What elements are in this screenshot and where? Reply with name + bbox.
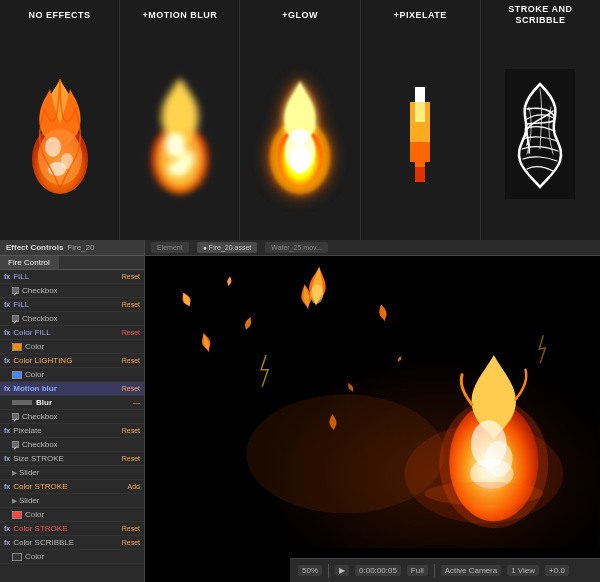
viewport-tab-fire[interactable]: ● Fire_20.asset	[197, 242, 258, 253]
fire-scene-svg	[145, 256, 600, 548]
panel-header: Effect Controls Fire_20	[0, 240, 144, 256]
effect-row-color-lighting[interactable]: fx Color LIGHTING Reset	[0, 354, 144, 368]
effect-label: Slider	[19, 496, 140, 505]
effect-label: Color STROKE	[13, 482, 125, 491]
effect-row-checkbox2[interactable]: ✓ Checkbox	[0, 312, 144, 326]
toolbar-zoom[interactable]: 50%	[298, 565, 322, 576]
panel-layer-name: Fire_20	[67, 243, 94, 252]
blur-icon: —	[133, 399, 140, 406]
effect-label: Color SCRIBBLE	[13, 538, 119, 547]
toolbar-render[interactable]: Full	[407, 565, 428, 576]
effect-row-size-stroke[interactable]: fx Size STROKE Reset	[0, 452, 144, 466]
toolbar-sep1	[328, 564, 329, 578]
effect-row-checkbox4[interactable]: ✓ Checkbox	[0, 438, 144, 452]
effect-label: Size STROKE	[13, 454, 119, 463]
effect-label: Pixelate	[13, 426, 119, 435]
viewport-header: Element ● Fire_20.asset Water_25.mov...	[145, 240, 600, 256]
effect-row-fill1[interactable]: fx FILL Reset	[0, 270, 144, 284]
bottom-toolbar: 50% ▶ 0:00:00:05 Full Active Camera 1 Vi…	[290, 558, 600, 582]
effect-row-checkbox3[interactable]: ✓ Checkbox	[0, 410, 144, 424]
panel-tabs: Fire Control	[0, 256, 144, 270]
effect-label: Color STROKE	[13, 524, 119, 533]
effect-label: Slider	[19, 468, 140, 477]
effect-reset[interactable]: Reset	[122, 427, 140, 434]
preview-glow: +GLOW	[240, 0, 360, 240]
toolbar-sep2	[434, 564, 435, 578]
preview-canvas-pixelate	[361, 28, 480, 240]
effect-reset[interactable]: Reset	[122, 357, 140, 364]
color-swatch[interactable]	[12, 343, 22, 351]
preview-label-stroke-scribble: STROKE AND SCRIBBLE	[506, 0, 574, 28]
effect-row-color-stroke2[interactable]: fx Color STROKE Reset	[0, 522, 144, 536]
color-swatch-red[interactable]	[12, 511, 22, 519]
preview-stroke-scribble: STROKE AND SCRIBBLE	[481, 0, 600, 240]
effect-label: Checkbox	[22, 440, 140, 449]
effect-label: Color	[25, 370, 140, 379]
effect-controls-panel: Effect Controls Fire_20 Fire Control fx …	[0, 240, 145, 582]
blur-value-bar	[12, 400, 32, 405]
effect-label: Blur	[36, 398, 131, 407]
preview-no-effects: NO EFFECTS	[0, 0, 120, 240]
bottom-section: Effect Controls Fire_20 Fire Control fx …	[0, 240, 600, 582]
effect-checkbox[interactable]: ✓	[12, 315, 19, 322]
effect-reset[interactable]: Reset	[122, 385, 140, 392]
color-swatch-dark[interactable]	[12, 553, 22, 561]
effect-reset[interactable]: Reset	[122, 455, 140, 462]
effect-row-color2[interactable]: Color	[0, 368, 144, 382]
svg-point-15	[246, 395, 444, 514]
effect-row-fill2[interactable]: fx FILL Reset	[0, 298, 144, 312]
svg-point-2	[45, 137, 61, 157]
effect-row-color3[interactable]: Color	[0, 508, 144, 522]
stroke-scribble-svg	[505, 69, 575, 199]
effect-row-slider1[interactable]: ▶ Slider	[0, 466, 144, 480]
effect-checkbox[interactable]: ✓	[12, 441, 19, 448]
preview-label-pixelate: +PIXELATE	[392, 0, 449, 28]
effect-row-color-fill[interactable]: fx Color FILL Reset	[0, 326, 144, 340]
effect-row-pixelate[interactable]: fx Pixelate Reset	[0, 424, 144, 438]
effect-reset[interactable]: Reset	[122, 301, 140, 308]
preview-label-motion-blur: +MOTION BLUR	[140, 0, 219, 28]
preview-canvas-glow	[240, 28, 359, 240]
svg-point-9	[168, 162, 188, 176]
effect-row-color-scribble[interactable]: fx Color SCRIBBLE Reset	[0, 536, 144, 550]
effect-row-color4[interactable]: Color	[0, 550, 144, 564]
effect-label: Color	[25, 510, 140, 519]
flame-glow-svg	[265, 69, 335, 199]
effect-row-checkbox1[interactable]: ✓ Checkbox	[0, 284, 144, 298]
effect-label: Color FILL	[13, 328, 119, 337]
preview-label-glow: +GLOW	[280, 0, 320, 28]
svg-point-7	[166, 133, 184, 157]
viewport-panel: Element ● Fire_20.asset Water_25.mov...	[145, 240, 600, 582]
svg-point-22	[424, 482, 543, 506]
effect-checkbox[interactable]: ✓	[12, 413, 19, 420]
toolbar-camera[interactable]: Active Camera	[441, 565, 501, 576]
panel-header-title: Effect Controls	[6, 243, 63, 252]
effect-row-blur-value[interactable]: Blur —	[0, 396, 144, 410]
toolbar-play[interactable]: ▶	[335, 565, 349, 576]
effect-reset[interactable]: Add	[128, 483, 140, 490]
preview-canvas-stroke-scribble	[481, 28, 600, 240]
color-swatch-blue[interactable]	[12, 371, 22, 379]
effect-reset[interactable]: Reset	[122, 329, 140, 336]
toolbar-view[interactable]: 1 View	[507, 565, 539, 576]
effect-row-motion-blur[interactable]: fx Motion blur Reset	[0, 382, 144, 396]
effect-reset[interactable]: Reset	[122, 539, 140, 546]
svg-point-12	[285, 129, 315, 173]
panel-tab-fire-control[interactable]: Fire Control	[0, 256, 59, 269]
preview-motion-blur: +MOTION BLUR	[120, 0, 240, 240]
viewport-tab-element[interactable]: Element	[151, 242, 189, 253]
effect-label: Color	[25, 342, 140, 351]
preview-label-no-effects: NO EFFECTS	[27, 0, 93, 28]
effect-checkbox[interactable]: ✓	[12, 287, 19, 294]
effect-row-slider2[interactable]: ▶ Slider	[0, 494, 144, 508]
viewport-tab-water[interactable]: Water_25.mov...	[265, 242, 328, 253]
preview-strip: NO EFFECTS	[0, 0, 600, 240]
effect-label: Checkbox	[22, 286, 140, 295]
toolbar-time[interactable]: 0:00:00:05	[355, 565, 401, 576]
effect-row-color1[interactable]: Color	[0, 340, 144, 354]
toolbar-value: +0.0	[545, 565, 569, 576]
effect-reset[interactable]: Reset	[122, 525, 140, 532]
effect-row-color-stroke1[interactable]: fx Color STROKE Add	[0, 480, 144, 494]
effect-label: Color LIGHTING	[13, 356, 119, 365]
effect-reset[interactable]: Reset	[122, 273, 140, 280]
